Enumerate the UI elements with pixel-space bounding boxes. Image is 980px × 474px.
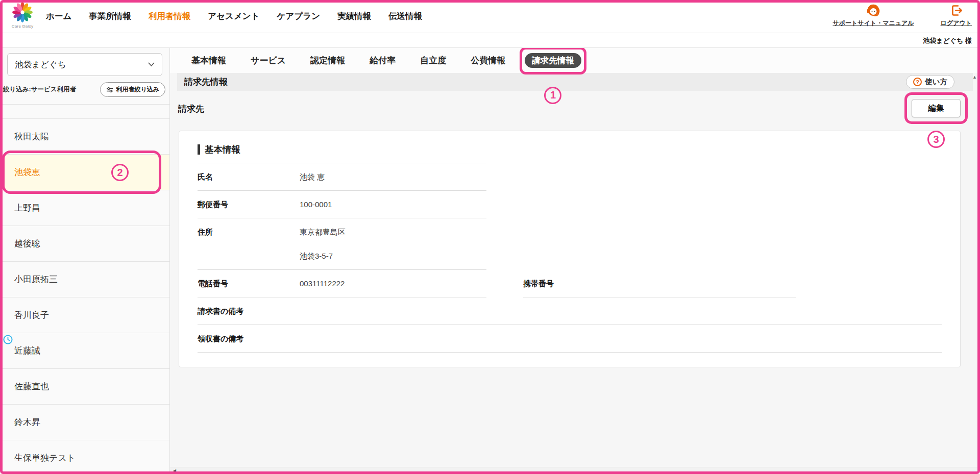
billing-section-title: 請求先 bbox=[177, 104, 204, 114]
heading-accent-bar bbox=[198, 144, 200, 155]
edit-button-wrap: 編集 3 bbox=[912, 99, 961, 117]
user-list-item[interactable]: 小田原拓三 bbox=[0, 262, 169, 297]
field-row-phone: 電話番号 00311112222 bbox=[198, 270, 486, 297]
app-window: Care Daisy ホーム 事業所情報 利用者情報 アセスメント ケアプラン … bbox=[0, 0, 980, 474]
field-row-name: 氏名 池袋 恵 bbox=[198, 163, 486, 191]
logged-in-account-name: 池袋まどぐち 様 bbox=[923, 37, 972, 44]
address-value-line2: 池袋3-5-7 bbox=[300, 252, 346, 261]
scrollbar-left-arrow[interactable]: ◀ bbox=[173, 468, 176, 473]
mobile-label: 携帯番号 bbox=[523, 279, 625, 289]
user-name: 越後聡 bbox=[14, 239, 40, 248]
nav-results-info[interactable]: 実績情報 bbox=[337, 11, 371, 22]
address-value-line1: 東京都豊島区 bbox=[300, 228, 346, 237]
postal-code-value: 100-0001 bbox=[300, 200, 332, 209]
edit-button[interactable]: 編集 bbox=[912, 99, 961, 117]
support-site-link[interactable]: サポートサイト・マニュアル bbox=[833, 3, 914, 28]
billing-section-header: 請求先 編集 3 bbox=[177, 99, 973, 119]
headset-operator-icon bbox=[866, 3, 881, 18]
tab-benefit-rate[interactable]: 給付率 bbox=[357, 55, 408, 66]
tab-service[interactable]: サービス bbox=[238, 55, 298, 66]
address-label: 住所 bbox=[198, 228, 300, 237]
user-list-item[interactable]: 香川良子 bbox=[0, 297, 169, 333]
user-filter-button[interactable]: 利用者絞り込み bbox=[100, 82, 165, 97]
logo-text: Care Daisy bbox=[7, 24, 38, 29]
postal-code-label: 郵便番号 bbox=[198, 200, 300, 210]
office-select-value: 池袋まどぐち bbox=[15, 59, 66, 70]
user-list-item[interactable]: 鈴木昇 bbox=[0, 405, 169, 440]
annotation-circle-step2: 2 bbox=[111, 164, 129, 181]
scrollbar-up-arrow[interactable]: ▲ bbox=[972, 74, 977, 80]
filter-sliders-icon bbox=[106, 87, 113, 93]
main-menu: ホーム 事業所情報 利用者情報 アセスメント ケアプラン 実績情報 伝送情報 bbox=[46, 0, 422, 33]
user-name: 近藤誠 bbox=[14, 346, 40, 356]
user-list: 秋田太陽 池袋恵 2 上野昌 越後聡 小田原拓三 香川良子 bbox=[0, 119, 169, 474]
name-value: 池袋 恵 bbox=[300, 172, 325, 182]
user-name: 小田原拓三 bbox=[14, 275, 58, 284]
billing-info-card: 基本情報 氏名 池袋 恵 郵便番号 100-0001 住所 東京都豊島区 bbox=[179, 131, 961, 367]
user-list-item[interactable]: 上野昌 bbox=[0, 190, 169, 226]
user-list-item-selected[interactable]: 池袋恵 2 bbox=[0, 155, 169, 190]
field-row-address: 住所 東京都豊島区 池袋3-5-7 bbox=[198, 218, 486, 270]
tab-basic-info[interactable]: 基本情報 bbox=[179, 55, 238, 66]
annotation-circle-step1: 1 bbox=[544, 87, 561, 104]
page-title: 請求先情報 bbox=[184, 76, 228, 88]
user-list-item[interactable]: 秋田太陽 bbox=[0, 119, 169, 155]
nav-user-info[interactable]: 利用者情報 bbox=[149, 11, 191, 22]
phone-label: 電話番号 bbox=[198, 279, 300, 289]
user-name: 生保単独テスト bbox=[14, 453, 76, 463]
nav-home[interactable]: ホーム bbox=[46, 11, 71, 22]
user-list-item[interactable]: 越後聡 bbox=[0, 226, 169, 262]
logout-label: ログアウト bbox=[941, 19, 972, 28]
name-label: 氏名 bbox=[198, 172, 300, 182]
card-heading-label: 基本情報 bbox=[205, 143, 240, 156]
support-site-label: サポートサイト・マニュアル bbox=[833, 19, 914, 28]
user-name: 秋田太陽 bbox=[14, 132, 49, 141]
user-name: 上野昌 bbox=[14, 203, 40, 213]
receipt-note-label: 領収書の備考 bbox=[198, 334, 300, 344]
user-list-item[interactable]: 佐藤直也 bbox=[0, 369, 169, 405]
help-button[interactable]: ? 使い方 bbox=[906, 75, 954, 89]
daisy-flower-icon bbox=[12, 2, 33, 23]
sidebar-spacer bbox=[0, 105, 169, 119]
logout-icon bbox=[949, 3, 963, 18]
filter-mode-label: 絞り込み:サービス利用者 bbox=[3, 85, 76, 94]
nav-transmission-info[interactable]: 伝送情報 bbox=[388, 11, 422, 22]
field-row-postal-code: 郵便番号 100-0001 bbox=[198, 191, 486, 218]
help-button-label: 使い方 bbox=[925, 77, 947, 87]
nav-assessment[interactable]: アセスメント bbox=[208, 11, 259, 22]
invoice-note-label: 請求書の備考 bbox=[198, 307, 300, 316]
filter-row: 絞り込み:サービス利用者 利用者絞り込み bbox=[3, 82, 165, 97]
chevron-down-icon bbox=[148, 62, 155, 67]
main-content: 基本情報 サービス 認定情報 給付率 自立度 公費情報 請求先情報 1 請求先情… bbox=[170, 48, 980, 474]
user-list-item[interactable]: 生保単独テスト bbox=[0, 440, 169, 474]
card-heading: 基本情報 bbox=[198, 143, 942, 156]
user-name: 佐藤直也 bbox=[14, 382, 49, 391]
annotation-circle-step3: 3 bbox=[927, 131, 945, 148]
tab-billing-info-wrap: 請求先情報 1 bbox=[525, 53, 581, 68]
user-list-item[interactable]: 近藤誠 bbox=[0, 333, 169, 369]
user-name: 鈴木昇 bbox=[14, 417, 40, 427]
account-strip: 池袋まどぐち 様 bbox=[0, 33, 980, 48]
care-daisy-logo[interactable]: Care Daisy bbox=[7, 2, 38, 29]
field-row-receipt-note: 領収書の備考 bbox=[198, 325, 942, 353]
office-select[interactable]: 池袋まどぐち bbox=[7, 53, 162, 76]
tab-independence-level[interactable]: 自立度 bbox=[408, 55, 458, 66]
horizontal-scrollbar[interactable]: ◀ bbox=[170, 467, 980, 474]
sidebar: 池袋まどぐち 絞り込み:サービス利用者 利用者絞り込み bbox=[0, 48, 170, 474]
phone-value: 00311112222 bbox=[300, 279, 345, 288]
tab-public-expense-info[interactable]: 公費情報 bbox=[458, 55, 518, 66]
user-name: 香川良子 bbox=[14, 310, 49, 320]
page-header-bar: 請求先情報 ? 使い方 bbox=[177, 73, 973, 91]
top-nav: Care Daisy ホーム 事業所情報 利用者情報 アセスメント ケアプラン … bbox=[0, 0, 980, 33]
clock-badge-icon bbox=[3, 335, 13, 344]
field-row-invoice-note: 請求書の備考 bbox=[198, 297, 942, 325]
question-circle-icon: ? bbox=[913, 78, 922, 86]
tab-certification-info[interactable]: 認定情報 bbox=[298, 55, 357, 66]
field-row-mobile: 携帯番号 bbox=[523, 270, 796, 297]
detail-tabbar: 基本情報 サービス 認定情報 給付率 自立度 公費情報 請求先情報 1 bbox=[170, 48, 980, 73]
nav-care-plan[interactable]: ケアプラン bbox=[277, 11, 320, 22]
tab-billing-info-active[interactable]: 請求先情報 bbox=[525, 53, 581, 68]
nav-office-info[interactable]: 事業所情報 bbox=[89, 11, 131, 22]
nav-right-links: サポートサイト・マニュアル ログアウト bbox=[833, 3, 972, 28]
logout-link[interactable]: ログアウト bbox=[941, 3, 972, 28]
